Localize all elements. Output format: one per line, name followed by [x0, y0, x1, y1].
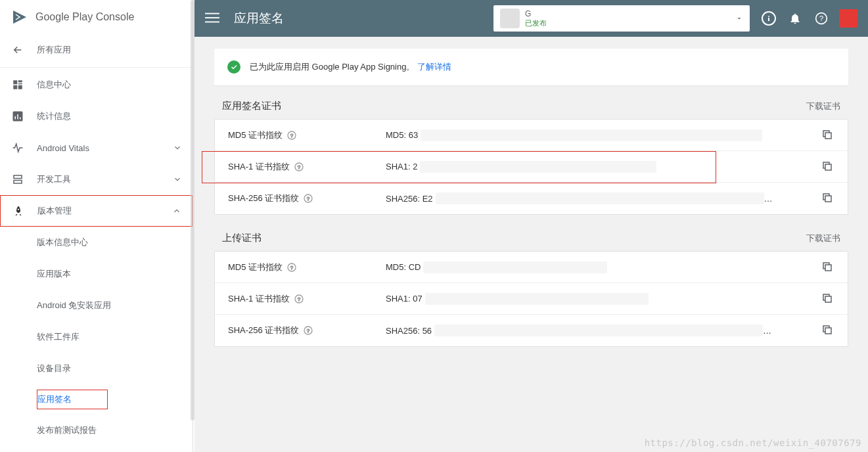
app-selector-text: G 已发布: [525, 9, 730, 28]
learn-more-link[interactable]: 了解详情: [417, 62, 451, 72]
subnav-artifact-library[interactable]: 软件工件库: [37, 321, 193, 353]
subnav-app-releases[interactable]: 应用版本: [37, 258, 193, 290]
caret-down-icon: [735, 14, 743, 22]
cert-label: SHA-256 证书指纹 ?: [228, 325, 386, 336]
cert-value: SHA256: 56…: [386, 325, 821, 336]
svg-text:?: ?: [307, 196, 310, 202]
chevron-up-icon: [172, 206, 181, 215]
svg-text:?: ?: [290, 264, 294, 270]
section-title: 应用签名证书: [222, 100, 792, 112]
cert-row-sha1: SHA-1 证书指纹 ? SHA1: 2: [215, 151, 848, 183]
sidebar-back[interactable]: 所有应用: [0, 34, 193, 66]
cert-value: MD5: 63: [386, 129, 821, 141]
svg-rect-13: [205, 13, 219, 14]
sidebar-back-label: 所有应用: [37, 44, 182, 56]
help-circle-icon[interactable]: ?: [286, 130, 297, 141]
help-circle-icon[interactable]: ?: [294, 294, 304, 304]
cert-value: SHA1: 07: [386, 293, 821, 305]
help-circle-icon[interactable]: ?: [303, 325, 313, 336]
svg-rect-10: [14, 175, 22, 179]
cert-value: SHA256: E2…: [386, 192, 821, 204]
help-icon[interactable]: ?: [814, 11, 829, 26]
info-icon[interactable]: [762, 11, 776, 26]
svg-text:?: ?: [298, 296, 301, 302]
svg-rect-11: [14, 181, 22, 184]
svg-rect-25: [825, 164, 831, 170]
check-circle-icon: [227, 60, 240, 74]
header: 应用签名 G 已发布 ?: [194, 0, 868, 37]
section-title: 上传证书: [222, 232, 792, 244]
brand-logo[interactable]: Google Play Console: [0, 0, 193, 34]
cert-row-md5: MD5 证书指纹 ? MD5: CD: [215, 252, 848, 283]
help-circle-icon[interactable]: ?: [303, 193, 313, 204]
app-selector[interactable]: G 已发布: [493, 5, 750, 32]
cert-row-md5: MD5 证书指纹 ? MD5: 63: [215, 120, 848, 151]
sidebar-item-dashboard[interactable]: 信息中心: [0, 69, 193, 101]
svg-rect-37: [825, 328, 831, 334]
copy-icon[interactable]: [821, 129, 834, 142]
subnav-device-catalog[interactable]: 设备目录: [37, 353, 193, 384]
watermark: https://blog.csdn.net/weixin_40707679: [645, 438, 861, 448]
svg-rect-2: [18, 80, 22, 82]
main-content: 已为此应用启用 Google Play App Signing。 了解详情 应用…: [194, 37, 868, 452]
cert-label: SHA-1 证书指纹 ?: [228, 161, 386, 173]
cert-row-sha256: SHA-256 证书指纹 ? SHA256: 56…: [215, 315, 848, 346]
sidebar-item-label: 统计信息: [37, 110, 182, 122]
help-circle-icon[interactable]: ?: [294, 162, 304, 172]
svg-rect-9: [20, 118, 21, 120]
chevron-down-icon: [173, 175, 182, 184]
svg-rect-8: [17, 114, 18, 120]
upload-cert-card: MD5 证书指纹 ? MD5: CD SHA-1 证书指纹 ? SHA1: 07…: [214, 251, 848, 347]
sidebar-item-devtools[interactable]: 开发工具: [0, 164, 193, 195]
help-circle-icon[interactable]: ?: [286, 262, 297, 273]
banner-text: 已为此应用启用 Google Play App Signing。 了解详情: [250, 61, 451, 73]
rocket-icon: [11, 204, 26, 218]
svg-rect-31: [825, 265, 831, 271]
subnav-app-signing[interactable]: 应用签名: [37, 390, 108, 409]
copy-icon[interactable]: [821, 261, 834, 274]
sidebar-subnav: 版本信息中心 应用版本 Android 免安装应用 软件工件库 设备目录 应用签…: [0, 227, 193, 446]
menu-icon[interactable]: [205, 11, 221, 26]
svg-rect-7: [15, 116, 16, 120]
subnav-instant-apps[interactable]: Android 免安装应用: [37, 290, 193, 321]
svg-rect-15: [205, 22, 219, 23]
app-icon: [500, 9, 520, 28]
copy-icon[interactable]: [821, 324, 834, 337]
cert-value: MD5: CD: [386, 261, 821, 273]
play-logo-icon: [11, 9, 29, 25]
subnav-prelaunch-report[interactable]: 发布前测试报告: [37, 415, 193, 446]
sidebar-item-label: 信息中心: [37, 79, 182, 91]
svg-rect-5: [18, 85, 22, 89]
subnav-release-dashboard[interactable]: 版本信息中心: [37, 227, 193, 258]
signing-cert-card: MD5 证书指纹 ? MD5: 63 SHA-1 证书指纹 ? SHA1: 2 …: [214, 119, 848, 215]
info-banner: 已为此应用启用 Google Play App Signing。 了解详情: [214, 49, 848, 85]
copy-icon[interactable]: [821, 192, 834, 205]
svg-text:?: ?: [819, 14, 824, 22]
svg-rect-17: [768, 18, 769, 21]
stats-icon: [11, 109, 25, 124]
svg-rect-28: [825, 196, 831, 202]
brand-text: Google Play Console: [35, 11, 134, 23]
download-cert-button[interactable]: 下载证书: [792, 101, 840, 112]
svg-text:?: ?: [307, 328, 310, 334]
copy-icon[interactable]: [821, 160, 834, 173]
cert-label: SHA-1 证书指纹 ?: [228, 293, 386, 305]
cert-label: MD5 证书指纹 ?: [228, 129, 386, 141]
sidebar-item-vitals[interactable]: Android Vitals: [0, 132, 193, 164]
avatar[interactable]: [839, 9, 857, 28]
sidebar-item-label: 版本管理: [37, 205, 172, 217]
cert-label: MD5 证书指纹 ?: [228, 261, 386, 273]
svg-rect-34: [825, 296, 831, 302]
sidebar-item-label: Android Vitals: [37, 143, 173, 153]
section-header-upload: 上传证书 下载证书: [222, 232, 848, 244]
section-header-signing: 应用签名证书 下载证书: [222, 100, 848, 112]
cert-row-sha256: SHA-256 证书指纹 ? SHA256: E2…: [215, 183, 848, 214]
page-title: 应用签名: [234, 10, 284, 27]
sidebar-item-release[interactable]: 版本管理: [0, 195, 193, 227]
download-cert-button[interactable]: 下载证书: [792, 233, 840, 244]
bell-icon[interactable]: [788, 11, 802, 26]
sidebar-item-statistics[interactable]: 统计信息: [0, 101, 193, 132]
svg-text:?: ?: [298, 164, 301, 170]
copy-icon[interactable]: [821, 292, 834, 305]
svg-rect-1: [13, 80, 17, 84]
